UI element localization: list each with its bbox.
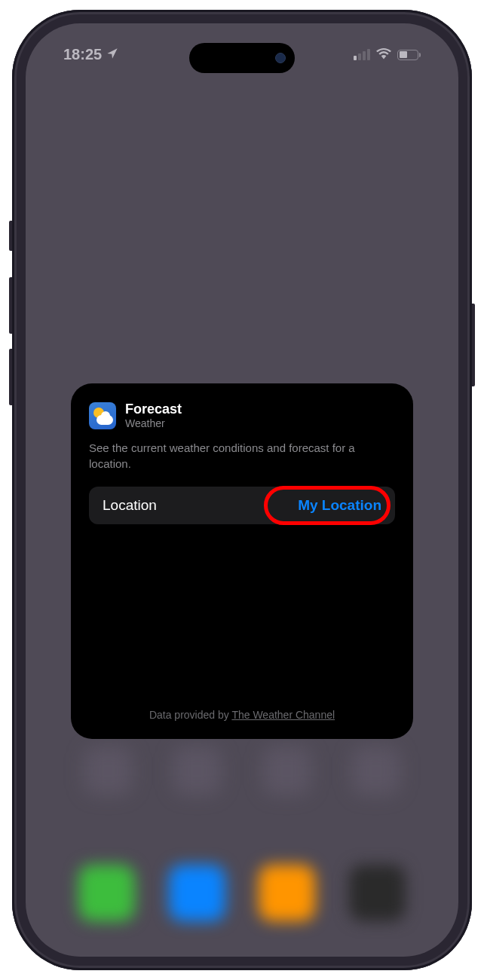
- widget-footer: Data provided by The Weather Channel: [71, 709, 413, 721]
- screen: 18:25: [26, 23, 458, 957]
- weather-app-icon: [89, 402, 116, 429]
- widget-title-group: Forecast Weather: [125, 401, 182, 429]
- volume-up-button: [9, 277, 12, 334]
- dynamic-island: [189, 43, 295, 73]
- cellular-signal-icon: [354, 50, 370, 60]
- dock-app-icon: [169, 865, 225, 921]
- volume-down-button: [9, 349, 12, 405]
- location-label: Location: [103, 497, 157, 514]
- mute-switch: [9, 221, 12, 251]
- location-value[interactable]: My Location: [298, 497, 381, 514]
- dock-blurred: [54, 851, 430, 934]
- home-screen-icons-blurred: [63, 746, 421, 799]
- front-camera: [275, 53, 286, 63]
- widget-description: See the current weather conditions and f…: [89, 440, 395, 472]
- widget-subtitle: Weather: [125, 417, 182, 429]
- phone-frame: 18:25: [12, 10, 472, 970]
- widget-title: Forecast: [125, 401, 182, 417]
- status-bar-right: [354, 46, 421, 63]
- location-services-icon: [106, 47, 118, 63]
- widget-settings-modal: Forecast Weather See the current weather…: [71, 383, 413, 739]
- location-setting-row[interactable]: Location My Location: [89, 487, 395, 524]
- wifi-icon: [376, 46, 391, 63]
- dock-app-icon: [259, 865, 315, 921]
- status-bar-left: 18:25: [63, 46, 118, 63]
- dock-app-icon: [349, 865, 406, 921]
- weather-channel-link[interactable]: The Weather Channel: [231, 709, 335, 721]
- dock-app-icon: [78, 865, 135, 921]
- power-button: [472, 304, 475, 386]
- footer-prefix: Data provided by: [149, 709, 231, 721]
- battery-icon: [397, 50, 421, 60]
- widget-header: Forecast Weather: [89, 401, 395, 429]
- status-time: 18:25: [63, 46, 102, 63]
